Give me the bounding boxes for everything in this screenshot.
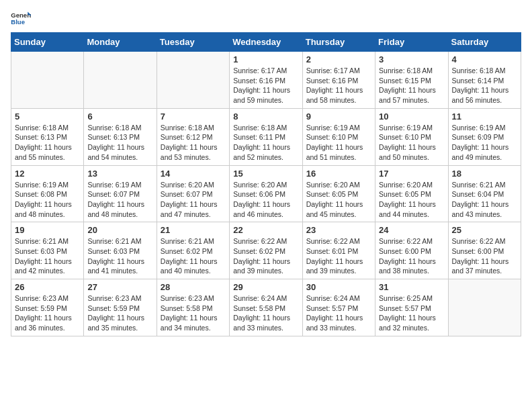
calendar-cell: 6Sunrise: 6:18 AMSunset: 6:13 PMDaylight… bbox=[84, 108, 157, 165]
calendar-cell: 8Sunrise: 6:18 AMSunset: 6:11 PMDaylight… bbox=[230, 108, 302, 165]
header-row: SundayMondayTuesdayWednesdayThursdayFrid… bbox=[11, 33, 521, 52]
day-header-sunday: Sunday bbox=[11, 33, 84, 52]
calendar-cell: 4Sunrise: 6:18 AMSunset: 6:14 PMDaylight… bbox=[448, 52, 521, 109]
day-header-friday: Friday bbox=[375, 33, 448, 52]
day-info: Sunrise: 6:24 AMSunset: 5:57 PMDaylight:… bbox=[306, 293, 371, 333]
day-info: Sunrise: 6:18 AMSunset: 6:14 PMDaylight:… bbox=[452, 66, 517, 105]
calendar-cell: 24Sunrise: 6:22 AMSunset: 6:00 PMDayligh… bbox=[375, 222, 448, 279]
day-number: 5 bbox=[15, 111, 80, 122]
day-info: Sunrise: 6:24 AMSunset: 5:58 PMDaylight:… bbox=[233, 293, 298, 333]
day-info: Sunrise: 6:21 AMSunset: 6:02 PMDaylight:… bbox=[161, 236, 226, 276]
calendar-cell: 1Sunrise: 6:17 AMSunset: 6:16 PMDaylight… bbox=[230, 52, 302, 109]
day-info: Sunrise: 6:18 AMSunset: 6:13 PMDaylight:… bbox=[15, 123, 80, 163]
day-number: 25 bbox=[452, 225, 517, 235]
calendar-cell: 27Sunrise: 6:23 AMSunset: 5:59 PMDayligh… bbox=[84, 279, 157, 336]
day-number: 12 bbox=[15, 169, 80, 179]
calendar-cell: 10Sunrise: 6:19 AMSunset: 6:10 PMDayligh… bbox=[375, 108, 448, 165]
day-number: 11 bbox=[452, 111, 517, 122]
day-number: 28 bbox=[161, 282, 226, 292]
day-info: Sunrise: 6:20 AMSunset: 6:06 PMDaylight:… bbox=[233, 180, 298, 220]
day-info: Sunrise: 6:18 AMSunset: 6:13 PMDaylight:… bbox=[87, 123, 152, 163]
day-info: Sunrise: 6:20 AMSunset: 6:05 PMDaylight:… bbox=[306, 180, 371, 220]
day-header-saturday: Saturday bbox=[448, 33, 521, 52]
day-info: Sunrise: 6:21 AMSunset: 6:04 PMDaylight:… bbox=[452, 180, 517, 220]
calendar-cell: 22Sunrise: 6:22 AMSunset: 6:02 PMDayligh… bbox=[230, 222, 302, 279]
day-number: 16 bbox=[306, 169, 371, 179]
day-number: 9 bbox=[306, 111, 371, 122]
day-info: Sunrise: 6:21 AMSunset: 6:03 PMDaylight:… bbox=[87, 236, 152, 276]
day-number: 20 bbox=[87, 225, 152, 235]
day-number: 2 bbox=[306, 54, 371, 64]
day-number: 19 bbox=[15, 225, 80, 235]
day-number: 17 bbox=[379, 169, 444, 179]
day-number: 15 bbox=[233, 169, 298, 179]
calendar-cell: 25Sunrise: 6:22 AMSunset: 6:00 PMDayligh… bbox=[448, 222, 521, 279]
day-number: 7 bbox=[161, 111, 226, 122]
day-info: Sunrise: 6:23 AMSunset: 5:59 PMDaylight:… bbox=[87, 293, 152, 333]
day-info: Sunrise: 6:22 AMSunset: 6:00 PMDaylight:… bbox=[379, 236, 444, 276]
calendar-cell: 15Sunrise: 6:20 AMSunset: 6:06 PMDayligh… bbox=[230, 165, 302, 222]
day-info: Sunrise: 6:18 AMSunset: 6:15 PMDaylight:… bbox=[379, 66, 444, 105]
calendar-cell bbox=[157, 52, 229, 109]
week-row-1: 1Sunrise: 6:17 AMSunset: 6:16 PMDaylight… bbox=[11, 52, 521, 109]
calendar-cell bbox=[448, 279, 521, 336]
day-header-tuesday: Tuesday bbox=[157, 33, 229, 52]
calendar-cell: 14Sunrise: 6:20 AMSunset: 6:07 PMDayligh… bbox=[157, 165, 229, 222]
day-info: Sunrise: 6:18 AMSunset: 6:11 PMDaylight:… bbox=[233, 123, 298, 163]
day-number: 22 bbox=[233, 225, 298, 235]
calendar-cell: 11Sunrise: 6:19 AMSunset: 6:09 PMDayligh… bbox=[448, 108, 521, 165]
day-number: 21 bbox=[161, 225, 226, 235]
calendar-cell: 17Sunrise: 6:20 AMSunset: 6:05 PMDayligh… bbox=[375, 165, 448, 222]
calendar-cell: 9Sunrise: 6:19 AMSunset: 6:10 PMDaylight… bbox=[302, 108, 375, 165]
day-number: 3 bbox=[379, 54, 444, 64]
calendar-cell: 29Sunrise: 6:24 AMSunset: 5:58 PMDayligh… bbox=[230, 279, 302, 336]
day-header-wednesday: Wednesday bbox=[230, 33, 302, 52]
calendar-cell: 16Sunrise: 6:20 AMSunset: 6:05 PMDayligh… bbox=[302, 165, 375, 222]
day-number: 6 bbox=[87, 111, 152, 122]
day-number: 29 bbox=[233, 282, 298, 292]
logo: General Blue bbox=[11, 11, 31, 26]
day-number: 30 bbox=[306, 282, 371, 292]
calendar-cell bbox=[84, 52, 157, 109]
calendar-cell: 18Sunrise: 6:21 AMSunset: 6:04 PMDayligh… bbox=[448, 165, 521, 222]
calendar-cell: 12Sunrise: 6:19 AMSunset: 6:08 PMDayligh… bbox=[11, 165, 84, 222]
day-info: Sunrise: 6:20 AMSunset: 6:05 PMDaylight:… bbox=[379, 180, 444, 220]
day-info: Sunrise: 6:19 AMSunset: 6:10 PMDaylight:… bbox=[306, 123, 371, 163]
calendar-cell: 2Sunrise: 6:17 AMSunset: 6:16 PMDaylight… bbox=[302, 52, 375, 109]
day-number: 23 bbox=[306, 225, 371, 235]
calendar-cell: 30Sunrise: 6:24 AMSunset: 5:57 PMDayligh… bbox=[302, 279, 375, 336]
day-number: 1 bbox=[233, 54, 298, 64]
calendar-cell: 26Sunrise: 6:23 AMSunset: 5:59 PMDayligh… bbox=[11, 279, 84, 336]
day-info: Sunrise: 6:22 AMSunset: 6:01 PMDaylight:… bbox=[306, 236, 371, 276]
week-row-2: 5Sunrise: 6:18 AMSunset: 6:13 PMDaylight… bbox=[11, 108, 521, 165]
week-row-3: 12Sunrise: 6:19 AMSunset: 6:08 PMDayligh… bbox=[11, 165, 521, 222]
header: General Blue bbox=[11, 11, 521, 26]
day-info: Sunrise: 6:19 AMSunset: 6:09 PMDaylight:… bbox=[452, 123, 517, 163]
calendar-cell: 21Sunrise: 6:21 AMSunset: 6:02 PMDayligh… bbox=[157, 222, 229, 279]
day-info: Sunrise: 6:19 AMSunset: 6:10 PMDaylight:… bbox=[379, 123, 444, 163]
day-number: 4 bbox=[452, 54, 517, 64]
day-number: 31 bbox=[379, 282, 444, 292]
logo-icon: General Blue bbox=[11, 11, 31, 26]
day-info: Sunrise: 6:17 AMSunset: 6:16 PMDaylight:… bbox=[233, 66, 298, 105]
day-info: Sunrise: 6:22 AMSunset: 6:02 PMDaylight:… bbox=[233, 236, 298, 276]
day-number: 27 bbox=[87, 282, 152, 292]
day-number: 18 bbox=[452, 169, 517, 179]
calendar-cell bbox=[11, 52, 84, 109]
day-info: Sunrise: 6:19 AMSunset: 6:08 PMDaylight:… bbox=[15, 180, 80, 220]
week-row-5: 26Sunrise: 6:23 AMSunset: 5:59 PMDayligh… bbox=[11, 279, 521, 336]
calendar-cell: 23Sunrise: 6:22 AMSunset: 6:01 PMDayligh… bbox=[302, 222, 375, 279]
day-number: 10 bbox=[379, 111, 444, 122]
day-info: Sunrise: 6:17 AMSunset: 6:16 PMDaylight:… bbox=[306, 66, 371, 105]
day-info: Sunrise: 6:22 AMSunset: 6:00 PMDaylight:… bbox=[452, 236, 517, 276]
day-number: 26 bbox=[15, 282, 80, 292]
calendar-table: SundayMondayTuesdayWednesdayThursdayFrid… bbox=[11, 32, 521, 336]
day-info: Sunrise: 6:21 AMSunset: 6:03 PMDaylight:… bbox=[15, 236, 80, 276]
week-row-4: 19Sunrise: 6:21 AMSunset: 6:03 PMDayligh… bbox=[11, 222, 521, 279]
day-info: Sunrise: 6:20 AMSunset: 6:07 PMDaylight:… bbox=[161, 180, 226, 220]
calendar-cell: 19Sunrise: 6:21 AMSunset: 6:03 PMDayligh… bbox=[11, 222, 84, 279]
day-number: 24 bbox=[379, 225, 444, 235]
day-info: Sunrise: 6:19 AMSunset: 6:07 PMDaylight:… bbox=[87, 180, 152, 220]
calendar-cell: 20Sunrise: 6:21 AMSunset: 6:03 PMDayligh… bbox=[84, 222, 157, 279]
day-info: Sunrise: 6:18 AMSunset: 6:12 PMDaylight:… bbox=[161, 123, 226, 163]
